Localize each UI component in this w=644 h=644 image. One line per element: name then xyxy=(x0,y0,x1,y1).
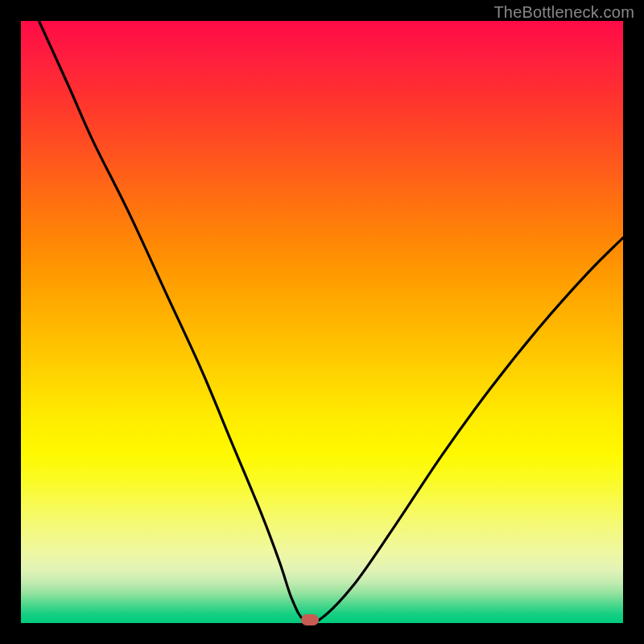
bottleneck-curve xyxy=(21,21,623,623)
chart-plot-area xyxy=(21,21,623,623)
optimal-point-marker xyxy=(301,614,319,625)
watermark-text: TheBottleneck.com xyxy=(493,3,634,22)
